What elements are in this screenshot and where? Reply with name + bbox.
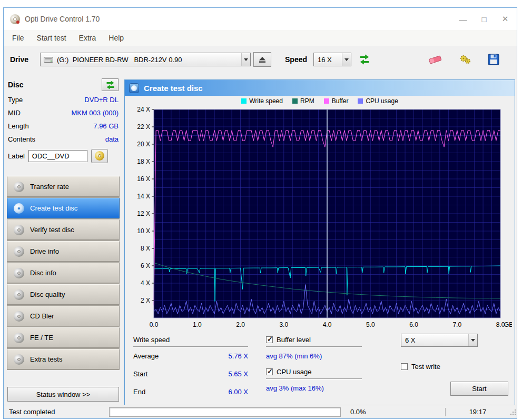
cpu-usage-checkbox[interactable] [266,368,273,375]
svg-text:24 X: 24 X [137,106,150,113]
start-button[interactable]: Start [450,382,508,396]
stat-value: 5.76 X [228,352,248,360]
disc-label-button[interactable] [91,149,108,163]
buffer-stats: avg 87% (min 6%) [266,347,362,365]
drive-icon [44,56,53,63]
legend-item-cpu-usage: CPU usage [358,97,398,105]
disc-refresh-button[interactable] [102,78,119,91]
statusbar-separator [445,408,446,416]
legend-label: RPM [300,97,314,105]
close-button[interactable]: ✕ [495,8,516,30]
stat-label: End [133,388,145,396]
stat-label: Average [133,352,159,360]
field-label: Type [8,96,23,104]
resize-grip[interactable] [509,408,517,416]
disc-icon [14,354,24,365]
test-chart: 2 X4 X6 X8 X10 X12 X14 X16 X18 X20 X22 X… [129,106,512,328]
sidebar-item-transfer-rate[interactable]: Transfer rate [7,176,120,197]
maximize-button[interactable]: □ [474,8,495,30]
sidebar-item-drive-info[interactable]: Drive info [7,241,120,262]
disc-icon [14,203,24,214]
speed-select[interactable]: 16 X [313,53,351,66]
test-controls-section: 6 X Test write Start [401,333,510,405]
disc-icon [14,225,24,235]
disc-panel-title: Disc [8,81,24,89]
menu-item-start-test[interactable]: Start test [31,32,73,44]
save-button[interactable] [486,52,501,67]
write-speed-stats: Average5.76 XStart5.65 XEnd6.00 X [133,347,248,401]
disc-fields: TypeDVD+R DLMIDMKM 003 (000)Length7.96 G… [7,93,120,146]
drive-tools-button[interactable] [457,53,474,66]
chart-area: 2 X4 X6 X8 X10 X12 X14 X16 X18 X20 X22 X… [129,106,511,331]
svg-text:12 X: 12 X [137,210,150,217]
refresh-icon [106,81,115,89]
sidebar-item-create-test-disc[interactable]: Create test disc [7,198,120,218]
sidebar-item-label: FE / TE [30,334,53,342]
svg-text:GB: GB [504,321,512,328]
disc-label-row: Label [7,148,120,163]
refresh-speeds-button[interactable] [358,53,371,66]
status-window-button[interactable]: Status window >> [7,387,119,402]
svg-text:5.0: 5.0 [366,321,375,328]
menubar: FileStart testExtraHelp [4,30,517,46]
sidebar-item-fe-te[interactable]: FE / TE [7,327,120,348]
sidebar-item-extra-tests[interactable]: Extra tests [7,349,120,369]
legend-swatch [358,98,363,104]
sidebar-item-label: Disc quality [30,291,65,298]
svg-text:7.0: 7.0 [452,321,461,328]
legend-swatch [324,98,329,104]
svg-text:10 X: 10 X [137,227,150,235]
drive-label: Drive [10,55,28,64]
refresh-icon [359,54,370,65]
write-speed-section: Write speed Average5.76 XStart5.65 XEnd6… [133,333,248,405]
svg-text:8 X: 8 X [141,245,150,252]
sidebar-item-label: Extra tests [30,355,62,363]
stats-area: Write speed Average5.76 XStart5.65 XEnd6… [125,331,515,405]
app-icon [10,14,20,24]
buffer-level-label: Buffer level [277,336,311,344]
sidebar-item-label: Disc info [30,269,56,277]
svg-text:4.0: 4.0 [323,321,332,328]
svg-text:6.0: 6.0 [409,321,418,328]
test-write-label: Test write [411,363,440,371]
legend-label: Write speed [249,97,283,105]
chevron-down-icon [241,53,250,66]
disc-field-length: Length7.96 GB [7,119,120,133]
left-panel: Disc TypeDVD+R DLMIDMKM 003 (000)Length7… [4,73,123,405]
disc-field-contents: Contentsdata [7,133,120,146]
menu-item-extra[interactable]: Extra [73,32,103,44]
stat-label: Start [133,370,147,378]
disc-icon [95,151,104,161]
sidebar-item-disc-info[interactable]: Disc info [7,263,120,283]
minimize-button[interactable]: — [452,8,474,30]
disc-icon [14,289,24,300]
window-title: Opti Drive Control 1.70 [25,15,100,23]
menu-item-file[interactable]: File [6,32,31,44]
buffer-level-checkbox[interactable] [266,336,273,343]
sidebar-item-label: Create test disc [30,204,77,212]
sidebar-item-verify-test-disc[interactable]: Verify test disc [7,219,120,240]
disc-icon [14,246,24,257]
write-speed-select-value: 6 X [401,336,419,344]
svg-text:2.0: 2.0 [236,321,245,328]
speed-label: Speed [285,55,307,64]
field-label: Length [8,122,29,130]
disc-icon [14,333,24,343]
disc-label-input[interactable] [28,150,87,162]
write-speed-section-label: Write speed [133,333,248,346]
menu-item-help[interactable]: Help [102,32,130,44]
sidebar-item-disc-quality[interactable]: Disc quality [7,284,120,305]
progress-bar [109,407,341,417]
disc-field-mid: MIDMKM 003 (000) [7,106,120,119]
svg-text:0.0: 0.0 [150,321,159,328]
test-write-checkbox[interactable] [401,363,408,370]
eject-button[interactable] [253,52,271,67]
write-speed-select[interactable]: 6 X [401,334,478,347]
sidebar-item-label: Drive info [30,247,59,255]
buffer-cpu-section: Buffer level avg 87% (min 6%) CPU usage … [266,333,362,405]
erase-disc-button[interactable] [426,53,444,66]
chevron-down-icon [342,53,351,66]
sidebar-item-cd-bler[interactable]: CD Bler [7,306,120,326]
drive-select[interactable]: (G:) PIONEER BD-RW BDR-212V 0.90 [40,53,251,66]
stat-value: 5.65 X [228,370,248,378]
